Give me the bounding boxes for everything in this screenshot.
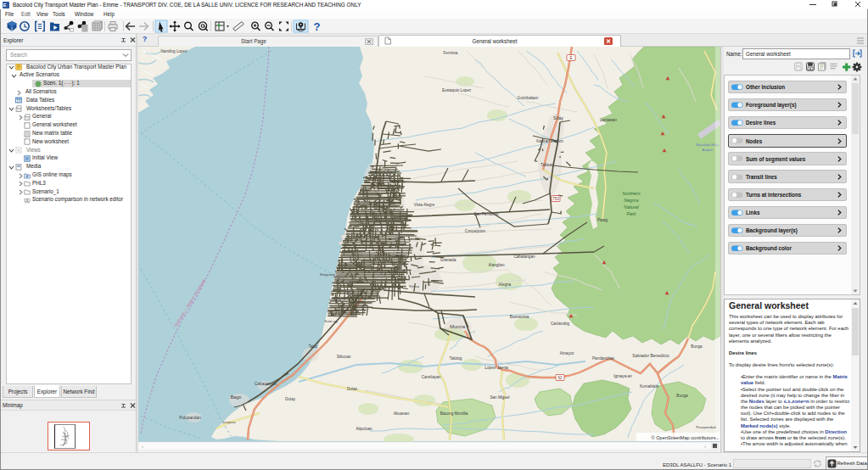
svg-text:Cansilayan: Cansilayan xyxy=(422,375,441,379)
svg-text:Pandanohan: Pandanohan xyxy=(592,356,615,361)
svg-text:Murcia: Murcia xyxy=(450,324,466,329)
svg-text:Talisay: Talisay xyxy=(540,162,554,167)
svg-text:?: ? xyxy=(314,20,321,33)
svg-text:Vista Alegre: Vista Alegre xyxy=(414,203,435,207)
svg-text:Eustaquio Lopez: Eustaquio Lopez xyxy=(442,88,472,92)
svg-text:Cabacangan: Cabacangan xyxy=(255,382,277,386)
svg-text:Bunga: Bunga xyxy=(691,344,703,349)
svg-text:Taloc: Taloc xyxy=(309,344,318,349)
svg-text:Nanding Lopez: Nanding Lopez xyxy=(161,49,188,53)
svg-text:Cabatangan: Cabatangan xyxy=(513,255,535,259)
svg-text:© OpenStreetMap contributors.: © OpenStreetMap contributors. xyxy=(652,435,718,440)
svg-text:Guimbalaon: Guimbalaon xyxy=(518,96,539,100)
svg-text:Park: Park xyxy=(626,211,636,216)
svg-text:Igmaya-an: Igmaya-an xyxy=(613,374,632,378)
svg-text:Dulao: Dulao xyxy=(347,387,357,391)
svg-text:Singcang: Singcang xyxy=(320,272,336,277)
svg-text:Patag: Patag xyxy=(597,218,608,222)
svg-text:Sibucao: Sibucao xyxy=(337,355,351,359)
svg-text:Bago: Bago xyxy=(231,394,242,400)
svg-text:Natural: Natural xyxy=(624,204,639,210)
svg-text:Canlandog: Canlandog xyxy=(551,322,570,326)
svg-text:Northern: Northern xyxy=(623,191,641,196)
svg-text:⌄: ⌄ xyxy=(715,435,720,440)
svg-text:Silay: Silay xyxy=(553,115,563,120)
svg-text:Kumaliskis: Kumaliskis xyxy=(640,384,659,389)
svg-text:Sum-ag: Sum-ag xyxy=(324,319,338,323)
svg-text:Canjusa: Canjusa xyxy=(222,420,236,424)
svg-text:Salvador Benedicto: Salvador Benedicto xyxy=(632,353,669,358)
svg-text:62: 62 xyxy=(557,376,563,380)
svg-text:Atipuluan: Atipuluan xyxy=(356,427,372,431)
svg-text:Kapitan Ramon: Kapitan Ramon xyxy=(536,139,563,143)
svg-text:Lantawan: Lantawan xyxy=(600,118,617,122)
svg-text:Talotog: Talotog xyxy=(450,356,462,361)
svg-text:Amayco: Amayco xyxy=(560,351,574,355)
svg-text:Felisa: Felisa xyxy=(409,284,419,288)
svg-text:›: › xyxy=(704,444,706,449)
svg-text:Negros: Negros xyxy=(624,198,639,203)
svg-text:Lopez Jaena: Lopez Jaena xyxy=(484,366,508,370)
svg-text:Tangub: Tangub xyxy=(329,298,342,302)
svg-text:‹: ‹ xyxy=(142,444,143,449)
svg-text:Dutay: Dutay xyxy=(285,397,296,401)
svg-text:Bacong Montilla: Bacong Montilla xyxy=(440,411,468,416)
svg-text:Buenavista: Buenavista xyxy=(510,315,529,319)
svg-text:San Miguel: San Miguel xyxy=(490,395,510,400)
svg-text:Airport: Airport xyxy=(703,148,714,152)
svg-text:Fermina: Fermina xyxy=(444,51,458,55)
svg-text:Alangilan: Alangilan xyxy=(489,263,505,267)
svg-text:San Fernando: San Fernando xyxy=(473,212,499,216)
svg-text:Alegria: Alegria xyxy=(499,283,512,287)
svg-text:Prosperidad: Prosperidad xyxy=(696,425,716,429)
svg-text:E: E xyxy=(569,56,572,60)
svg-text:Granada: Granada xyxy=(440,258,456,262)
svg-text:Concepcion: Concepcion xyxy=(465,229,486,233)
svg-text:Bunga: Bunga xyxy=(676,394,688,398)
svg-text:Pulupandan: Pulupandan xyxy=(179,416,201,420)
svg-text:753: 753 xyxy=(552,197,559,201)
svg-text:Abuanan: Abuanan xyxy=(394,411,410,416)
